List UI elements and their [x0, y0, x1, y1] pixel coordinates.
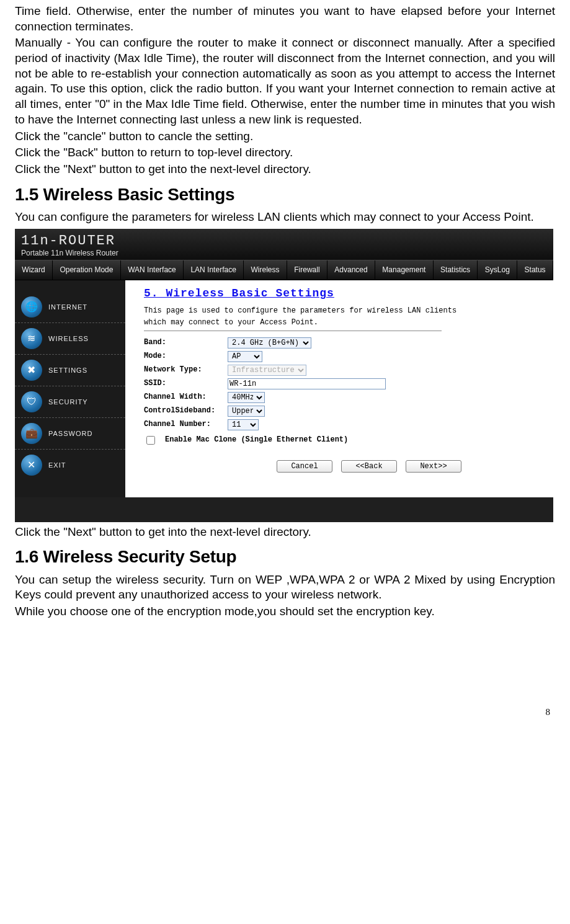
sidebar-item-wireless[interactable]: ≋ WIRELESS [15, 323, 125, 355]
page-number: 8 [15, 706, 555, 719]
ssid-label: SSID: [144, 379, 228, 389]
close-icon: ✕ [21, 455, 42, 476]
divider [144, 331, 442, 331]
sidebar-item-password[interactable]: 💼 PASSWORD [15, 418, 125, 450]
paragraph-next-hint: Click the "Next" button to get into the … [15, 162, 555, 177]
sidebar-item-exit[interactable]: ✕ EXIT [15, 450, 125, 481]
mode-label: Mode: [144, 352, 228, 362]
ssid-input[interactable] [228, 378, 386, 389]
router-logo-sub: Portable 11n Wireless Router [21, 249, 547, 259]
content-desc-2: which may connect to your Access Point. [144, 318, 538, 328]
nav-syslog[interactable]: SysLog [478, 260, 517, 280]
wifi-icon: ≋ [21, 328, 42, 349]
sidebar-item-label: INTERNET [48, 303, 87, 311]
nav-wireless[interactable]: Wireless [244, 260, 287, 280]
mac-clone-label: Enable Mac Clone (Single Ethernet Client… [165, 435, 348, 445]
nav-lan-interface[interactable]: LAN Interface [184, 260, 244, 280]
router-admin-screenshot: 11n-ROUTER Portable 11n Wireless Router … [15, 229, 553, 522]
nav-status[interactable]: Status [517, 260, 553, 280]
router-logo-text: 11n-ROUTER [21, 233, 547, 251]
paragraph-back-hint: Click the "Back" button to return to top… [15, 145, 555, 161]
content-desc-1: This page is used to configure the param… [144, 306, 538, 316]
sidebar-item-internet[interactable]: 🌐 INTERNET [15, 291, 125, 323]
router-top-nav: Wizard Operation Mode WAN Interface LAN … [15, 260, 553, 281]
sidebar-item-label: PASSWORD [48, 429, 92, 438]
sidebar-item-label: EXIT [48, 461, 66, 469]
network-type-label: Network Type: [144, 365, 228, 375]
control-sideband-select[interactable]: Upper [228, 406, 265, 417]
paragraph-security-intro: You can setup the wireless security. Tur… [15, 572, 555, 603]
sidebar-item-label: WIRELESS [48, 334, 89, 343]
nav-advanced[interactable]: Advanced [327, 260, 375, 280]
wrench-icon: ✖ [21, 360, 42, 381]
channel-width-select[interactable]: 40MHz [228, 392, 265, 403]
channel-width-label: Channel Width: [144, 393, 228, 402]
briefcase-icon: 💼 [21, 423, 42, 444]
paragraph-manually: Manually - You can configure the router … [15, 35, 555, 127]
nav-wizard[interactable]: Wizard [15, 260, 53, 280]
band-select[interactable]: 2.4 GHz (B+G+N) [228, 337, 311, 349]
sidebar-item-security[interactable]: 🛡 SECURITY [15, 386, 125, 418]
heading-wireless-basic: 1.5 Wireless Basic Settings [15, 184, 555, 206]
sidebar-item-label: SETTINGS [48, 366, 87, 375]
paragraph-cancel-hint: Click the "cancle" button to cancle the … [15, 129, 555, 144]
mode-select[interactable]: AP [228, 351, 262, 362]
heading-wireless-security: 1.6 Wireless Security Setup [15, 546, 555, 568]
router-sidebar: 🌐 INTERNET ≋ WIRELESS ✖ SETTINGS 🛡 SECUR… [15, 280, 125, 497]
mac-clone-checkbox[interactable] [146, 436, 155, 445]
paragraph-encryption-key: While you choose one of the encryption m… [15, 604, 555, 620]
back-button[interactable]: <<Back [341, 460, 397, 473]
channel-number-select[interactable]: 11 [228, 419, 259, 430]
nav-firewall[interactable]: Firewall [287, 260, 327, 280]
nav-wan-interface[interactable]: WAN Interface [121, 260, 184, 280]
channel-number-label: Channel Number: [144, 420, 228, 430]
cancel-button[interactable]: Cancel [277, 460, 332, 473]
globe-icon: 🌐 [21, 296, 42, 318]
band-label: Band: [144, 338, 228, 348]
nav-statistics[interactable]: Statistics [434, 260, 478, 280]
paragraph-wireless-intro: You can configure the parameters for wir… [15, 210, 555, 225]
next-button[interactable]: Next>> [406, 460, 461, 473]
nav-operation-mode[interactable]: Operation Mode [53, 260, 121, 280]
sidebar-item-settings[interactable]: ✖ SETTINGS [15, 355, 125, 386]
nav-management[interactable]: Management [375, 260, 434, 280]
content-title: 5. Wireless Basic Settings [144, 287, 538, 301]
sidebar-item-label: SECURITY [48, 398, 88, 406]
router-content-panel: 5. Wireless Basic Settings This page is … [125, 280, 553, 497]
shield-icon: 🛡 [21, 391, 42, 412]
network-type-select: Infrastructure [228, 365, 306, 376]
router-header: 11n-ROUTER Portable 11n Wireless Router [15, 229, 553, 260]
paragraph-time-field: Time field. Otherwise, enter the number … [15, 4, 555, 34]
paragraph-next-hint-2: Click the "Next" button to get into the … [15, 525, 555, 540]
control-sideband-label: ControlSideband: [144, 406, 228, 416]
